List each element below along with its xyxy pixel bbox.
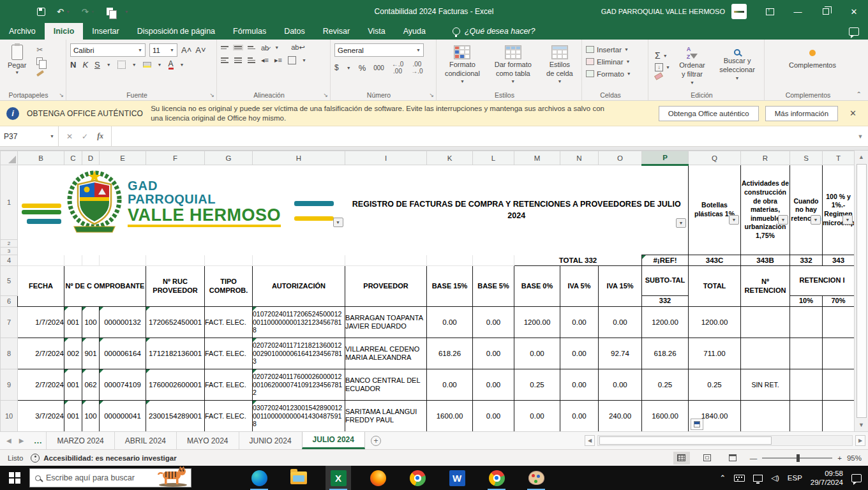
merge-center-icon[interactable] — [288, 56, 296, 64]
sheet-tab-julio-active[interactable]: JULIO 2024 — [302, 432, 365, 449]
cell[interactable] — [253, 255, 345, 266]
cell-343[interactable]: 343 — [823, 255, 855, 266]
cell-fecha[interactable]: 2/7/2024 — [18, 369, 64, 401]
cell[interactable] — [741, 338, 790, 369]
zoom-out-icon[interactable]: — — [750, 454, 758, 462]
cell-fecha[interactable]: 1/7/2024 — [18, 307, 64, 338]
cell-autorizacion[interactable]: 0107202401172065245000120011000000001321… — [253, 307, 345, 338]
align-left-icon[interactable] — [221, 57, 228, 63]
cell[interactable]: 0.00 — [560, 369, 599, 401]
page-layout-view-icon[interactable] — [699, 452, 715, 464]
th-autorizacion[interactable]: AUTORIZACIÓN — [253, 266, 345, 307]
row-header-4[interactable]: 4 — [1, 255, 18, 266]
cell[interactable]: 1600.00 — [427, 401, 473, 432]
th-base15[interactable]: BASE 15% — [427, 266, 473, 307]
cell[interactable] — [345, 255, 427, 266]
increase-indent-icon[interactable]: ▸≡ — [274, 56, 282, 64]
scroll-down-icon[interactable]: ▼ — [855, 419, 868, 431]
firefox-icon[interactable] — [365, 466, 391, 490]
th-subtotal[interactable]: SUBTO-TAL — [642, 266, 689, 296]
zoom-level[interactable]: 95% — [847, 454, 862, 462]
start-button[interactable] — [0, 466, 29, 490]
column-header-M[interactable]: M — [514, 151, 560, 165]
increase-decimal-icon[interactable]: ←.0.00 — [392, 61, 403, 75]
tab-ayuda[interactable]: Ayuda — [394, 23, 435, 40]
cell-proveedor[interactable]: BARRAGAN TOAPANTA JAVIER EDUARDO — [345, 307, 427, 338]
cell-proveedor[interactable]: BANCO CENTRAL DEL ECUADOR — [345, 369, 427, 401]
cell[interactable] — [823, 369, 855, 401]
align-bottom-icon[interactable] — [248, 46, 255, 49]
cell[interactable]: 901 — [82, 338, 100, 369]
cell[interactable]: 0.00 — [514, 338, 560, 369]
cell[interactable]: 0.00 — [560, 401, 599, 432]
tab-insertar[interactable]: Insertar — [83, 23, 128, 40]
format-as-table-button[interactable]: Dar formato como tabla▼ — [488, 44, 538, 85]
align-center-icon[interactable] — [234, 57, 242, 63]
undo-icon[interactable]: ↶ ▼ — [57, 7, 70, 17]
cell[interactable]: 0.00 — [427, 307, 473, 338]
column-header-C[interactable]: C — [64, 151, 82, 165]
column-header-G[interactable]: G — [205, 151, 253, 165]
wrap-text-icon[interactable]: ab↩ — [291, 43, 304, 52]
cell-styles-button[interactable]: Estilos de celda▼ — [542, 44, 578, 85]
filter-dropdown-icon[interactable]: ▼ — [729, 215, 739, 225]
borders-icon[interactable] — [117, 61, 126, 69]
filter-dropdown-icon[interactable]: ▼ — [333, 218, 343, 227]
header-botellas[interactable]: Botellas plásticas 1%▼ — [689, 165, 741, 255]
row-header-8[interactable]: 8 — [1, 338, 18, 369]
th-70pct[interactable]: 70% — [823, 296, 855, 307]
cell-332[interactable]: 332 — [790, 255, 823, 266]
th-iva15[interactable]: IVA 15% — [599, 266, 642, 307]
th-nretencion[interactable]: Nº RETENCION — [741, 266, 790, 307]
excel-icon[interactable]: X — [326, 466, 351, 490]
row-header-6[interactable]: 6 — [1, 296, 18, 307]
cell[interactable] — [82, 255, 100, 266]
alignment-dialog-launcher[interactable]: ↘ — [323, 92, 328, 98]
close-button[interactable]: ✕ — [840, 0, 868, 23]
font-name-select[interactable]: Calibri▼ — [70, 43, 146, 57]
percent-style-icon[interactable]: % — [359, 63, 366, 73]
delete-cells-button[interactable]: Eliminar▼ — [586, 56, 644, 68]
font-dialog-launcher[interactable]: ↘ — [209, 92, 214, 98]
cell[interactable]: 0.00 — [427, 369, 473, 401]
cell-sin-ret[interactable]: SIN RET. — [741, 369, 790, 401]
taskbar-search[interactable]: Escribe aquí para buscar — [29, 468, 191, 487]
cell[interactable] — [823, 401, 855, 432]
file-explorer-icon[interactable] — [286, 466, 311, 490]
new-sheet-icon[interactable]: + — [365, 432, 387, 449]
th-ruc[interactable]: Nº RUC PROVEEDOR — [146, 266, 205, 307]
cell[interactable]: 100 — [82, 307, 100, 338]
cell[interactable] — [100, 255, 146, 266]
cell[interactable] — [205, 255, 253, 266]
cell[interactable] — [741, 401, 790, 432]
grow-font-icon[interactable]: A˄ — [181, 45, 191, 55]
account-name[interactable]: GAD PARROQUIAL VALLE HERMOSO — [601, 8, 725, 15]
cell[interactable]: 240.00 — [599, 401, 642, 432]
scroll-left-icon[interactable]: ◀ — [585, 435, 595, 446]
normal-view-icon[interactable] — [673, 452, 690, 464]
column-header-I[interactable]: I — [345, 151, 427, 165]
cell-autorizacion[interactable]: 0207202401171218213600120029010000061641… — [253, 338, 345, 369]
th-iva5[interactable]: IVA 5% — [560, 266, 599, 307]
filter-dropdown-icon[interactable]: ▼ — [778, 215, 788, 225]
feedback-icon[interactable] — [849, 27, 859, 36]
column-header-P-selected[interactable]: P — [642, 151, 689, 165]
fill-color-icon[interactable] — [143, 62, 151, 68]
tell-me-search[interactable]: ¿Qué desea hacer? — [453, 23, 535, 40]
align-top-icon[interactable] — [221, 46, 228, 49]
column-header-Q[interactable]: Q — [689, 151, 741, 165]
customize-qat-icon[interactable]: ▼ — [124, 10, 129, 14]
cell[interactable] — [790, 307, 823, 338]
language-indicator[interactable]: ESP — [788, 474, 802, 482]
horizontal-scrollbar[interactable]: ◀ ▶ — [585, 432, 868, 449]
row-header-3[interactable]: 3 — [1, 248, 18, 255]
column-header-E[interactable]: E — [100, 151, 146, 165]
cell[interactable] — [18, 255, 64, 266]
cell[interactable] — [790, 401, 823, 432]
touch-keyboard-icon[interactable] — [734, 475, 745, 482]
italic-button[interactable]: K — [82, 60, 88, 70]
cell-ruc[interactable]: 1760002600001 — [146, 369, 205, 401]
cell-fecha[interactable]: 2/7/2024 — [18, 338, 64, 369]
cell-proveedor[interactable]: VILLARREAL CEDENO MARIA ALEXANDRA — [345, 338, 427, 369]
number-format-select[interactable]: General▼ — [334, 43, 424, 57]
